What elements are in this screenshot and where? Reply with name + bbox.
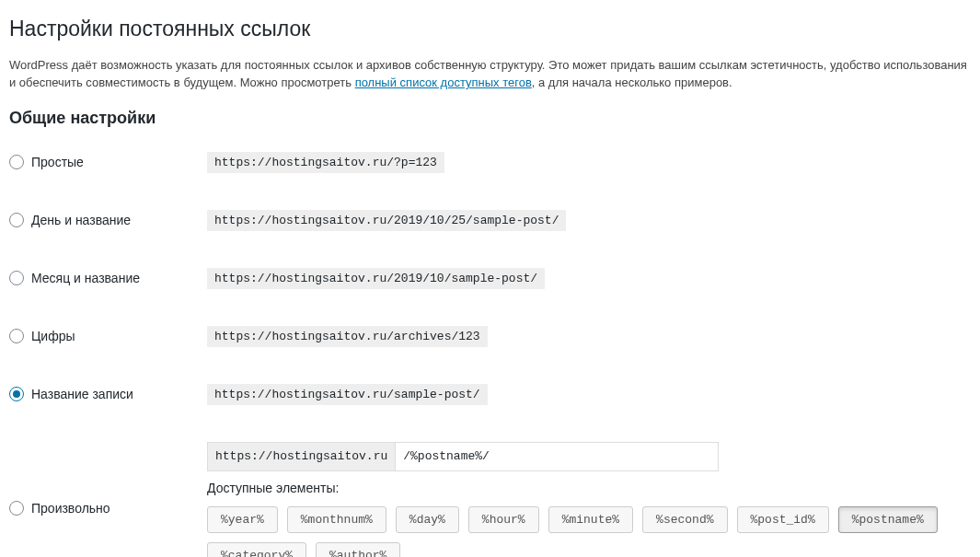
radio-numeric[interactable] [9, 329, 24, 343]
tag-monthnum[interactable]: %monthnum% [287, 506, 386, 533]
tag-buttons-group: %year% %monthnum% %day% %hour% %minute% … [207, 506, 960, 557]
permalink-options-table: Простые https://hostingsaitov.ru/?p=123 … [9, 133, 969, 557]
page-description: WordPress даёт возможность указать для п… [9, 56, 969, 92]
tag-day[interactable]: %day% [396, 506, 459, 533]
option-row-numeric: Цифры https://hostingsaitov.ru/archives/… [9, 308, 969, 366]
option-numeric[interactable]: Цифры [9, 329, 198, 343]
radio-custom[interactable] [9, 501, 24, 516]
option-custom[interactable]: Произвольно [9, 495, 198, 516]
option-row-month-name: Месяц и название https://hostingsaitov.r… [9, 249, 969, 308]
option-row-post-name: Название записи https://hostingsaitov.ru… [9, 366, 969, 424]
custom-structure-input[interactable] [395, 442, 719, 471]
tag-author[interactable]: %author% [316, 542, 400, 557]
option-custom-label: Произвольно [31, 501, 110, 516]
custom-structure-row: https://hostingsaitov.ru [207, 442, 960, 471]
option-numeric-label: Цифры [31, 329, 75, 343]
tag-second[interactable]: %second% [642, 506, 727, 533]
tag-hour[interactable]: %hour% [468, 506, 539, 533]
radio-month-name[interactable] [9, 271, 24, 285]
available-elements-label: Доступные элементы: [207, 481, 960, 495]
page-title: Настройки постоянных ссылок [9, 7, 969, 47]
option-post-name[interactable]: Название записи [9, 387, 198, 401]
example-post-name: https://hostingsaitov.ru/sample-post/ [207, 384, 488, 405]
example-numeric: https://hostingsaitov.ru/archives/123 [207, 326, 488, 347]
option-month-name-label: Месяц и название [31, 271, 140, 285]
option-plain[interactable]: Простые [9, 155, 198, 169]
radio-plain[interactable] [9, 155, 24, 169]
option-plain-label: Простые [31, 155, 84, 169]
example-month-name: https://hostingsaitov.ru/2019/10/sample-… [207, 268, 545, 289]
option-post-name-label: Название записи [31, 387, 133, 401]
tag-postname[interactable]: %postname% [838, 506, 938, 533]
example-day-name: https://hostingsaitov.ru/2019/10/25/samp… [207, 210, 566, 231]
custom-url-prefix: https://hostingsaitov.ru [207, 442, 395, 471]
option-row-plain: Простые https://hostingsaitov.ru/?p=123 [9, 133, 969, 191]
section-heading: Общие настройки [9, 109, 969, 128]
available-tags-link[interactable]: полный список доступных тегов [355, 75, 532, 89]
option-month-name[interactable]: Месяц и название [9, 271, 198, 285]
radio-post-name[interactable] [9, 387, 24, 401]
option-day-name[interactable]: День и название [9, 213, 198, 227]
tag-post-id[interactable]: %post_id% [737, 506, 829, 533]
tag-category[interactable]: %category% [207, 542, 306, 557]
tag-year[interactable]: %year% [207, 506, 278, 533]
example-plain: https://hostingsaitov.ru/?p=123 [207, 152, 444, 173]
radio-day-name[interactable] [9, 213, 24, 227]
option-day-name-label: День и название [31, 213, 131, 227]
option-row-custom: Произвольно https://hostingsaitov.ru Дос… [9, 424, 969, 557]
tag-minute[interactable]: %minute% [548, 506, 633, 533]
option-row-day-name: День и название https://hostingsaitov.ru… [9, 191, 969, 249]
desc-text-after: , а для начала несколько примеров. [532, 75, 732, 89]
